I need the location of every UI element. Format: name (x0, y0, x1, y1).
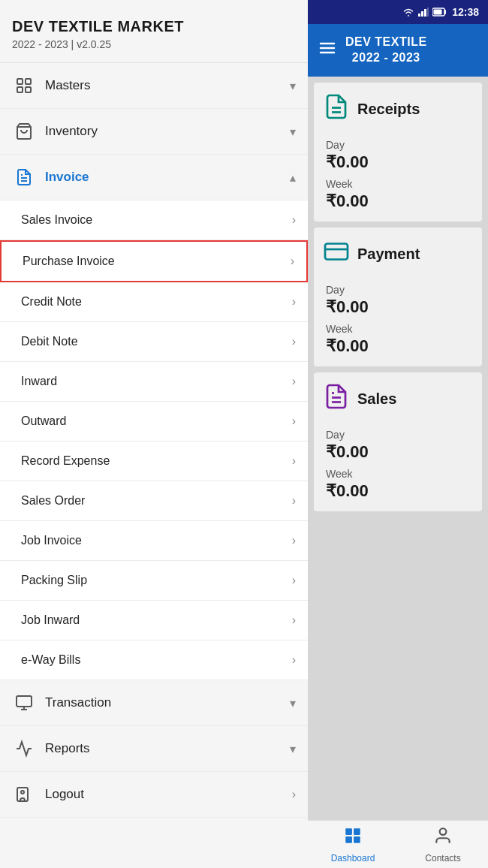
receipts-week-label: Week (326, 178, 473, 190)
left-panel: DEV TEXTILE MARKET 2022 - 2023 | v2.0.25… (0, 0, 308, 868)
job-invoice-chevron: › (292, 534, 296, 547)
job-invoice-label: Job Invoice (21, 534, 292, 547)
logout-label: Logout (45, 787, 292, 802)
subitem-packing-slip[interactable]: Packing Slip › (0, 561, 308, 601)
bottom-nav-contacts[interactable]: Contacts (398, 820, 488, 869)
payment-week-value: ₹0.00 (326, 336, 473, 356)
app-subtitle: 2022 - 2023 | v2.0.25 (12, 38, 296, 50)
subitem-job-invoice[interactable]: Job Invoice › (0, 521, 308, 561)
purchase-invoice-chevron: › (291, 255, 294, 268)
receipts-title: Receipts (357, 101, 420, 118)
invoice-label: Invoice (45, 170, 290, 185)
svg-rect-0 (17, 79, 23, 84)
signal-icon (418, 8, 429, 17)
receipts-card: Receipts Day ₹0.00 Week ₹0.00 (314, 83, 482, 222)
dashboard-icon (343, 826, 363, 850)
inventory-chevron: ▾ (290, 125, 296, 139)
app-title: DEV TEXTILE MARKET (12, 18, 296, 35)
nav-item-inventory[interactable]: Inventory ▾ (0, 109, 308, 155)
svg-rect-27 (345, 828, 352, 835)
sales-week-label: Week (326, 468, 473, 480)
nav-item-invoice[interactable]: Invoice ▴ (0, 155, 308, 200)
masters-icon (12, 77, 36, 95)
payment-week-label: Week (326, 323, 473, 335)
reports-chevron: ▾ (290, 742, 296, 756)
inward-chevron: › (292, 375, 296, 388)
subitem-sales-invoice[interactable]: Sales Invoice › (0, 200, 308, 240)
outward-label: Outward (21, 414, 292, 428)
battery-icon (432, 8, 447, 17)
bottom-nav-dashboard[interactable]: Dashboard (308, 820, 398, 869)
purchase-invoice-label: Purchase Invoice (23, 255, 291, 268)
app-bar-title: DEV TEXTILE 2022 - 2023 (345, 35, 427, 66)
wifi-icon (402, 8, 414, 17)
receipts-week-value: ₹0.00 (326, 191, 473, 211)
subitem-inward[interactable]: Inward › (0, 362, 308, 402)
nav-item-masters[interactable]: Masters ▾ (0, 63, 308, 109)
svg-rect-30 (354, 836, 360, 843)
sales-day-label: Day (326, 429, 473, 441)
payment-day-label: Day (326, 284, 473, 296)
right-panel: 12:38 DEV TEXTILE 2022 - 2023 (308, 0, 488, 868)
masters-chevron: ▾ (290, 79, 296, 93)
transaction-chevron: ▾ (290, 696, 296, 710)
subitem-record-expense[interactable]: Record Expense › (0, 442, 308, 481)
receipts-icon (323, 93, 350, 125)
nav-item-transaction[interactable]: Transaction ▾ (0, 680, 308, 726)
payment-card-header: Payment (323, 238, 473, 270)
sales-order-label: Sales Order (21, 494, 292, 508)
svg-point-31 (440, 828, 447, 835)
sales-invoice-label: Sales Invoice (21, 213, 292, 227)
svg-rect-28 (354, 828, 360, 835)
debit-note-label: Debit Note (21, 335, 292, 348)
svg-rect-29 (345, 836, 352, 843)
svg-point-10 (21, 791, 24, 794)
svg-rect-11 (418, 14, 420, 17)
credit-note-label: Credit Note (21, 295, 292, 309)
status-time: 12:38 (452, 6, 479, 18)
sales-order-chevron: › (292, 494, 296, 508)
job-inward-label: Job Inward (21, 613, 292, 627)
svg-rect-22 (325, 244, 348, 260)
payment-values: Day ₹0.00 Week ₹0.00 (323, 279, 473, 356)
sales-day-value: ₹0.00 (326, 442, 473, 462)
logout-icon (12, 785, 36, 803)
svg-rect-8 (17, 696, 32, 707)
receipts-day-value: ₹0.00 (326, 152, 473, 172)
app-bar-right: DEV TEXTILE 2022 - 2023 (308, 24, 488, 77)
packing-slip-chevron: › (292, 574, 296, 587)
subitem-purchase-invoice[interactable]: Purchase Invoice › (0, 240, 308, 282)
receipts-values: Day ₹0.00 Week ₹0.00 (323, 134, 473, 211)
nav-item-reports[interactable]: Reports ▾ (0, 726, 308, 772)
outward-chevron: › (292, 414, 296, 428)
svg-rect-13 (424, 9, 426, 17)
inward-label: Inward (21, 375, 292, 388)
subitem-sales-order[interactable]: Sales Order › (0, 481, 308, 521)
dashboard-label: Dashboard (331, 853, 375, 863)
subitem-eway-bills[interactable]: e-Way Bills › (0, 640, 308, 680)
sales-invoice-chevron: › (292, 213, 296, 227)
cards-area: Receipts Day ₹0.00 Week ₹0.00 Payment (308, 77, 488, 820)
payment-day-value: ₹0.00 (326, 297, 473, 317)
svg-rect-3 (26, 87, 31, 92)
hamburger-button[interactable] (318, 39, 336, 62)
svg-rect-14 (427, 8, 429, 17)
receipts-day-label: Day (326, 139, 473, 151)
status-icons (402, 8, 447, 17)
subitem-outward[interactable]: Outward › (0, 402, 308, 442)
subitem-job-inward[interactable]: Job Inward › (0, 601, 308, 640)
job-inward-chevron: › (292, 613, 296, 627)
sales-week-value: ₹0.00 (326, 481, 473, 501)
nav-item-logout[interactable]: Logout › (0, 772, 308, 818)
svg-rect-1 (26, 79, 31, 84)
nav-list: Masters ▾ Inventory ▾ (0, 63, 308, 868)
credit-note-chevron: › (292, 295, 296, 309)
subitem-debit-note[interactable]: Debit Note › (0, 322, 308, 362)
sales-values: Day ₹0.00 Week ₹0.00 (323, 424, 473, 501)
subitem-credit-note[interactable]: Credit Note › (0, 282, 308, 322)
masters-label: Masters (45, 78, 290, 93)
packing-slip-label: Packing Slip (21, 574, 292, 587)
invoice-chevron: ▴ (290, 170, 296, 185)
sales-card: Sales Day ₹0.00 Week ₹0.00 (314, 372, 482, 511)
debit-note-chevron: › (292, 335, 296, 348)
